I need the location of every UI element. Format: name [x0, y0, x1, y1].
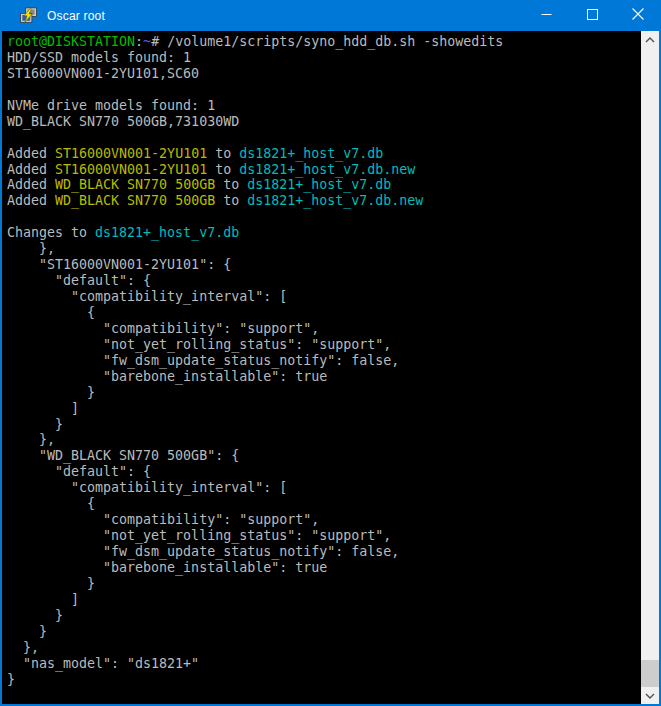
terminal-text-segment: Added	[7, 193, 55, 208]
scroll-up-button[interactable]	[641, 31, 659, 48]
terminal-text-segment: ]	[7, 592, 79, 607]
terminal-line: "ST16000VN001-2YU101": {	[7, 257, 641, 273]
terminal-line	[7, 130, 641, 146]
chevron-down-icon	[645, 688, 655, 703]
terminal-line: "compatibility": "support",	[7, 321, 641, 337]
terminal-text-segment: }	[7, 576, 95, 591]
terminal-text-segment: {	[7, 496, 95, 511]
terminal-text-segment: ds1821+_host_v7.db.new	[239, 162, 415, 177]
scrollbar[interactable]	[641, 31, 659, 704]
terminal-text-segment: "compatibility": "support",	[7, 321, 319, 336]
terminal-text-segment: ds1821+_host_v7.db	[239, 146, 383, 161]
window-body: root@DISKSTATION:~# /volume1/scripts/syn…	[2, 31, 659, 704]
terminal-line: }	[7, 624, 641, 640]
terminal-text-segment: "default": {	[7, 273, 151, 288]
terminal-line: {	[7, 305, 641, 321]
terminal-line: Added WD_BLACK SN770 500GB to ds1821+_ho…	[7, 177, 641, 193]
terminal-line: }	[7, 608, 641, 624]
terminal-line: "fw_dsm_update_status_notify": false,	[7, 544, 641, 560]
terminal-text-segment: }	[7, 608, 63, 623]
close-button[interactable]	[615, 0, 661, 31]
terminal-text-segment: "compatibility_interval": [	[7, 480, 287, 495]
terminal-line: root@DISKSTATION:~# /volume1/scripts/syn…	[7, 34, 641, 50]
terminal-text-segment: Added	[7, 146, 55, 161]
terminal-text-segment: "fw_dsm_update_status_notify": false,	[7, 544, 399, 559]
terminal-line: HDD/SSD models found: 1	[7, 50, 641, 66]
terminal-line: },	[7, 241, 641, 257]
terminal-line: "fw_dsm_update_status_notify": false,	[7, 353, 641, 369]
terminal-line: "barebone_installable": true	[7, 369, 641, 385]
terminal-text-segment: ]	[7, 401, 79, 416]
terminal-text-segment: Added	[7, 162, 55, 177]
terminal-text-segment: "not_yet_rolling_status": "support",	[7, 337, 391, 352]
terminal-output[interactable]: root@DISKSTATION:~# /volume1/scripts/syn…	[2, 31, 641, 704]
terminal-line: },	[7, 432, 641, 448]
terminal-text-segment: to	[207, 146, 239, 161]
terminal-text-segment: ST16000VN001-2YU101	[55, 146, 207, 161]
terminal-text-segment: to	[215, 193, 247, 208]
terminal-line: "not_yet_rolling_status": "support",	[7, 528, 641, 544]
terminal-text-segment: to	[207, 162, 239, 177]
terminal-line: "nas_model": "ds1821+"	[7, 656, 641, 672]
putty-window: Oscar root root@DISKSTATION:~# /volume1/…	[0, 0, 661, 706]
terminal-text-segment: ds1821+_host_v7.db	[247, 177, 391, 192]
terminal-line: NVMe drive models found: 1	[7, 98, 641, 114]
terminal-text-segment: Changes to	[7, 225, 95, 240]
terminal-line: "default": {	[7, 464, 641, 480]
terminal-line: ]	[7, 592, 641, 608]
terminal-line: }	[7, 385, 641, 401]
minimize-button[interactable]	[523, 0, 569, 31]
terminal-text-segment: #	[151, 34, 167, 49]
terminal-text-segment: "nas_model": "ds1821+"	[7, 656, 199, 671]
terminal-text-segment: root@DISKSTATION	[7, 34, 135, 49]
terminal-line: Added ST16000VN001-2YU101 to ds1821+_hos…	[7, 162, 641, 178]
terminal-line: "barebone_installable": true	[7, 560, 641, 576]
terminal-text-segment: ds1821+_host_v7.db.new	[247, 193, 423, 208]
terminal-text-segment: NVMe drive models found: 1	[7, 98, 215, 113]
terminal-text-segment: ds1821+_host_v7.db	[95, 225, 239, 240]
close-icon	[632, 8, 644, 23]
terminal-text-segment: "compatibility_interval": [	[7, 289, 287, 304]
terminal-text-segment: ST16000VN001-2YU101	[55, 162, 207, 177]
terminal-line: "not_yet_rolling_status": "support",	[7, 337, 641, 353]
terminal-text-segment: }	[7, 672, 15, 687]
scroll-down-button[interactable]	[641, 687, 659, 704]
terminal-text-segment: Added	[7, 177, 55, 192]
terminal-line: Added ST16000VN001-2YU101 to ds1821+_hos…	[7, 146, 641, 162]
terminal-text-segment: ST16000VN001-2YU101,SC60	[7, 66, 199, 81]
terminal-text-segment: to	[215, 177, 247, 192]
maximize-icon	[587, 8, 598, 23]
terminal-line: },	[7, 640, 641, 656]
maximize-button[interactable]	[569, 0, 615, 31]
terminal-text-segment: "barebone_installable": true	[7, 369, 327, 384]
terminal-line: {	[7, 496, 641, 512]
terminal-line: "compatibility_interval": [	[7, 289, 641, 305]
terminal-text-segment: WD_BLACK SN770 500GB,731030WD	[7, 114, 239, 129]
terminal-text-segment: ~	[143, 34, 151, 49]
chevron-up-icon	[645, 32, 655, 47]
window-title: Oscar root	[47, 9, 105, 23]
terminal-line: Added WD_BLACK SN770 500GB to ds1821+_ho…	[7, 193, 641, 209]
terminal-line: "compatibility": "support",	[7, 512, 641, 528]
terminal-text-segment: "ST16000VN001-2YU101": {	[7, 257, 231, 272]
terminal-text-segment: "not_yet_rolling_status": "support",	[7, 528, 391, 543]
terminal-line: }	[7, 417, 641, 433]
terminal-text-segment: },	[7, 432, 55, 447]
terminal-text-segment: "compatibility": "support",	[7, 512, 319, 527]
titlebar[interactable]: Oscar root	[0, 0, 661, 31]
terminal-text-segment: WD_BLACK SN770 500GB	[55, 193, 215, 208]
terminal-text-segment: "fw_dsm_update_status_notify": false,	[7, 353, 399, 368]
terminal-text-segment: "barebone_installable": true	[7, 560, 327, 575]
terminal-line: "compatibility_interval": [	[7, 480, 641, 496]
terminal-text-segment: :	[135, 34, 143, 49]
terminal-text-segment: },	[7, 640, 39, 655]
terminal-text-segment: HDD/SSD models found: 1	[7, 50, 191, 65]
terminal-line: }	[7, 672, 641, 688]
terminal-text-segment: "WD_BLACK SN770 500GB": {	[7, 448, 239, 463]
terminal-text-segment: }	[7, 624, 47, 639]
putty-terminal-icon[interactable]	[19, 7, 38, 25]
terminal-text-segment: WD_BLACK SN770 500GB	[55, 177, 215, 192]
terminal-text-segment: },	[7, 241, 55, 256]
terminal-line: "WD_BLACK SN770 500GB": {	[7, 448, 641, 464]
terminal-text-segment: {	[7, 305, 95, 320]
